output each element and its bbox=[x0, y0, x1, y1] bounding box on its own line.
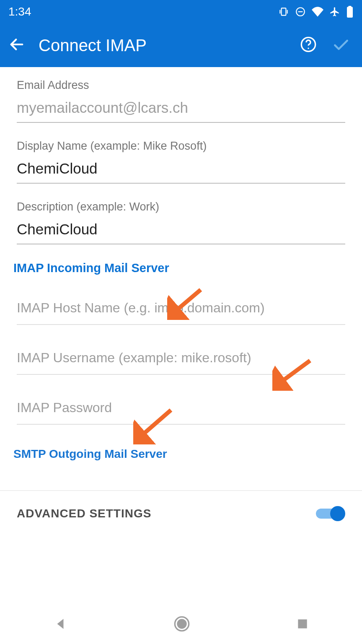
display-name-label: Display Name (example: Mike Rosoft) bbox=[17, 140, 345, 153]
description-input[interactable] bbox=[17, 218, 345, 244]
svg-rect-0 bbox=[282, 8, 286, 15]
svg-rect-6 bbox=[349, 6, 352, 8]
dnd-icon bbox=[295, 6, 306, 17]
nav-home-button[interactable] bbox=[173, 615, 190, 632]
svg-point-9 bbox=[308, 48, 309, 49]
android-navbar bbox=[0, 604, 362, 644]
smtp-section-title: SMTP Outgoing Mail Server bbox=[13, 447, 345, 461]
advanced-settings-toggle[interactable] bbox=[315, 505, 345, 522]
svg-rect-15 bbox=[298, 619, 307, 628]
description-label: Description (example: Work) bbox=[17, 200, 345, 213]
svg-rect-5 bbox=[347, 7, 353, 18]
description-field-group: Description (example: Work) bbox=[17, 200, 345, 244]
help-button[interactable] bbox=[300, 36, 317, 55]
form-content: Email Address Display Name (example: Mik… bbox=[0, 67, 362, 461]
confirm-button[interactable] bbox=[332, 35, 350, 55]
imap-username-field bbox=[17, 342, 345, 375]
imap-host-field bbox=[17, 292, 345, 325]
imap-password-field bbox=[17, 392, 345, 425]
wifi-icon bbox=[312, 7, 323, 17]
svg-point-14 bbox=[178, 620, 186, 628]
display-name-field-group: Display Name (example: Mike Rosoft) bbox=[17, 140, 345, 184]
status-icons bbox=[278, 6, 354, 18]
advanced-settings-row[interactable]: ADVANCED SETTINGS bbox=[0, 490, 362, 536]
nav-back-button[interactable] bbox=[53, 616, 68, 631]
imap-username-input[interactable] bbox=[17, 342, 345, 375]
advanced-settings-label: ADVANCED SETTINGS bbox=[17, 507, 151, 520]
nav-recent-button[interactable] bbox=[296, 617, 309, 631]
imap-host-input[interactable] bbox=[17, 292, 345, 325]
email-field-group: Email Address bbox=[17, 79, 345, 123]
back-button[interactable] bbox=[8, 36, 25, 55]
vibrate-icon bbox=[278, 6, 289, 17]
email-label: Email Address bbox=[17, 79, 345, 92]
display-name-input[interactable] bbox=[17, 157, 345, 184]
statusbar: 1:34 bbox=[0, 0, 362, 23]
battery-icon bbox=[346, 6, 354, 18]
imap-section-title: IMAP Incoming Mail Server bbox=[13, 261, 345, 275]
imap-password-input[interactable] bbox=[17, 392, 345, 425]
appbar: Connect IMAP bbox=[0, 23, 362, 67]
page-title: Connect IMAP bbox=[39, 36, 287, 55]
clock: 1:34 bbox=[8, 5, 31, 18]
email-input[interactable] bbox=[17, 96, 345, 123]
airplane-icon bbox=[329, 6, 340, 17]
